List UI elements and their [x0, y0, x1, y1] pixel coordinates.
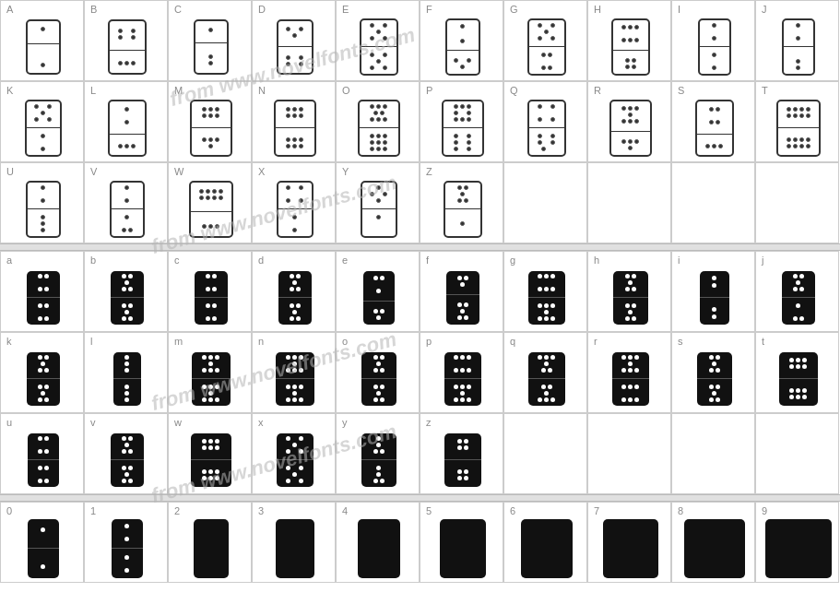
cell-w: w [168, 413, 252, 494]
cell-D: D [252, 0, 336, 81]
cell-J: J [755, 0, 839, 81]
cell-Q: Q [503, 81, 587, 162]
cell-empty-lc-4 [755, 413, 839, 494]
cell-L: L [84, 81, 168, 162]
uppercase-row-2: K [0, 81, 840, 162]
cell-H: H [587, 0, 671, 81]
uppercase-row-1: A B [0, 0, 840, 81]
cell-v: v [84, 413, 168, 494]
cell-y: y [336, 413, 420, 494]
cell-P: P [420, 81, 503, 162]
cell-Y: Y [336, 162, 420, 243]
section-divider-1 [0, 243, 840, 251]
cell-0: 0 [0, 502, 84, 583]
cell-x: x [252, 413, 336, 494]
cell-R: R [587, 81, 671, 162]
cell-e: e [336, 251, 420, 332]
cell-d: d [252, 251, 336, 332]
cell-empty-lc-3 [671, 413, 755, 494]
cell-empty-2 [587, 162, 671, 243]
cell-i: i [671, 251, 755, 332]
cell-k: k [0, 332, 84, 413]
cell-u: u [0, 413, 84, 494]
cell-t: t [755, 332, 839, 413]
cell-r: r [587, 332, 671, 413]
cell-M: M [168, 81, 252, 162]
cell-6: 6 [503, 502, 587, 583]
section-divider-2 [0, 494, 840, 502]
cell-q: q [503, 332, 587, 413]
cell-b: b [84, 251, 168, 332]
cell-h: h [587, 251, 671, 332]
cell-A: A [0, 0, 84, 81]
cell-E: E [336, 0, 420, 81]
cell-C: C [168, 0, 252, 81]
cell-empty-lc-2 [587, 413, 671, 494]
cell-X: X [252, 162, 336, 243]
uppercase-section: A B [0, 0, 840, 243]
cell-a: a [0, 251, 84, 332]
cell-F: F [420, 0, 503, 81]
cell-Z: Z [420, 162, 503, 243]
digits-row: 0 1 [0, 502, 840, 583]
cell-f: f [420, 251, 503, 332]
cell-3: 3 [252, 502, 336, 583]
lowercase-row-2: k [0, 332, 840, 413]
cell-9: 9 [755, 502, 839, 583]
lowercase-row-1: a [0, 251, 840, 332]
cell-N: N [252, 81, 336, 162]
cell-4: 4 [336, 502, 420, 583]
lowercase-row-3: u [0, 413, 840, 494]
cell-S: S [671, 81, 755, 162]
cell-s: s [671, 332, 755, 413]
cell-K: K [0, 81, 84, 162]
cell-U: U [0, 162, 84, 243]
cell-empty-4 [755, 162, 839, 243]
cell-empty-3 [671, 162, 755, 243]
digits-section: 0 1 [0, 502, 840, 583]
cell-j: j [755, 251, 839, 332]
cell-5: 5 [420, 502, 503, 583]
lowercase-section: a [0, 251, 840, 494]
cell-1: 1 [84, 502, 168, 583]
cell-empty-lc-1 [503, 413, 587, 494]
cell-empty-1 [503, 162, 587, 243]
cell-7: 7 [587, 502, 671, 583]
cell-V: V [84, 162, 168, 243]
cell-8: 8 [671, 502, 755, 583]
cell-n: n [252, 332, 336, 413]
cell-z: z [420, 413, 503, 494]
cell-B: B [84, 0, 168, 81]
cell-T: T [755, 81, 839, 162]
cell-o: o [336, 332, 420, 413]
cell-O: O [336, 81, 420, 162]
cell-2: 2 [168, 502, 252, 583]
cell-g: g [503, 251, 587, 332]
cell-l: l [84, 332, 168, 413]
cell-p: p [420, 332, 503, 413]
cell-I: I [671, 0, 755, 81]
cell-G: G [503, 0, 587, 81]
uppercase-row-3: U [0, 162, 840, 243]
cell-c: c [168, 251, 252, 332]
cell-W: W [168, 162, 252, 243]
cell-m: m [168, 332, 252, 413]
